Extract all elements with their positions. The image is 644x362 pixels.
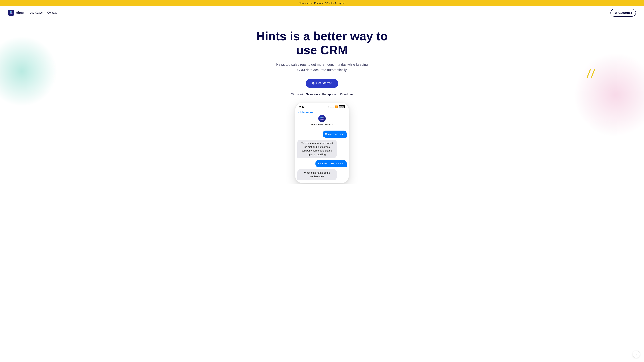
battery-icon: ▓▓▓ [338, 105, 345, 108]
message-4-text: What's the name of the conference? [304, 171, 330, 178]
integration-salesforce: Salesforce [306, 93, 320, 96]
integration-hubspot: Hubspot [322, 93, 334, 96]
back-label[interactable]: Messages [300, 111, 313, 114]
cta-plus-icon: ⊕ [312, 81, 314, 85]
back-arrow-icon: ‹ [298, 111, 299, 114]
works-with-text: Works with Salesforce, Hubspot and Piped… [3, 93, 641, 96]
svg-rect-9 [322, 119, 324, 120]
message-3-text: Bill Smith, IBM, working [318, 162, 344, 165]
and-text: and [334, 93, 340, 96]
hero-section: Hints is a better way to use CRM Helps t… [0, 19, 644, 184]
nav-item-use-cases[interactable]: Use Cases [30, 11, 42, 14]
works-with-prefix: Works with [291, 93, 305, 96]
svg-rect-1 [10, 13, 11, 14]
announcement-banner: New release: Personal CRM for Telegram [0, 0, 644, 6]
message-2: To create a new lead, I need the first a… [297, 140, 337, 158]
chat-body: Conference Lead To create a new lead, I … [295, 128, 349, 183]
message-2-text: To create a new lead, I need the first a… [301, 142, 333, 156]
contact-name: Hints Sales Copilot [312, 123, 331, 126]
navbar-get-started-button[interactable]: ⊕ Get Started [610, 9, 636, 16]
logo-svg [9, 11, 13, 14]
integration-pipedrive: Pipedrive [340, 93, 353, 96]
logo-icon [8, 10, 14, 16]
nav-link-contact[interactable]: Contact [47, 11, 56, 14]
logo-text: Hints [16, 11, 24, 15]
svg-line-4 [587, 69, 590, 78]
navbar-get-started-label: Get Started [618, 11, 632, 14]
plus-circle-icon: ⊕ [614, 11, 617, 14]
hero-subtitle: Helps top sales reps to get more hours i… [275, 62, 369, 72]
svg-rect-6 [320, 117, 322, 118]
phone-mockup: 9:41 ▲▲▲ 📶 ▓▓▓ ‹ Messages [295, 103, 349, 183]
decorative-slashes [584, 68, 597, 80]
message-1-text: Conference Lead [325, 133, 344, 135]
contact-avatar [318, 115, 326, 122]
phone-mockup-wrapper: 9:41 ▲▲▲ 📶 ▓▓▓ ‹ Messages [295, 103, 349, 183]
svg-rect-7 [320, 119, 322, 120]
message-3: Bill Smith, IBM, working [316, 160, 347, 167]
signal-icon: ▲▲▲ [328, 105, 334, 108]
svg-line-5 [591, 69, 594, 78]
status-icons: ▲▲▲ 📶 ▓▓▓ [328, 105, 345, 108]
phone-status-bar: 9:41 ▲▲▲ 📶 ▓▓▓ [295, 103, 349, 109]
navbar-left: Hints Use Cases Contact [8, 10, 56, 16]
announcement-text: New release: Personal CRM for Telegram [299, 2, 345, 4]
nav-link-use-cases[interactable]: Use Cases [30, 11, 42, 14]
imessage-header: ‹ Messages Hints Sales Copilot › [295, 109, 349, 128]
status-time: 9:41 [299, 105, 304, 108]
svg-rect-0 [10, 11, 11, 12]
contact-nav-arrow: › [332, 123, 332, 126]
nav-item-contact[interactable]: Contact [47, 11, 56, 14]
nav-links: Use Cases Contact [30, 11, 56, 14]
svg-rect-2 [11, 11, 12, 12]
navbar: Hints Use Cases Contact ⊕ Get Started [0, 6, 644, 19]
svg-rect-3 [11, 13, 12, 14]
imessage-header-top: ‹ Messages [298, 111, 346, 114]
logo-link[interactable]: Hints [8, 10, 24, 16]
wifi-icon: 📶 [335, 105, 338, 108]
message-4: What's the name of the conference? [297, 169, 337, 180]
svg-rect-8 [322, 117, 324, 118]
hero-cta-label: Get started [316, 81, 332, 85]
hero-cta-button[interactable]: ⊕ Get started [306, 79, 338, 88]
hero-title: Hints is a better way to use CRM [255, 29, 389, 57]
message-1: Conference Lead [323, 131, 347, 138]
